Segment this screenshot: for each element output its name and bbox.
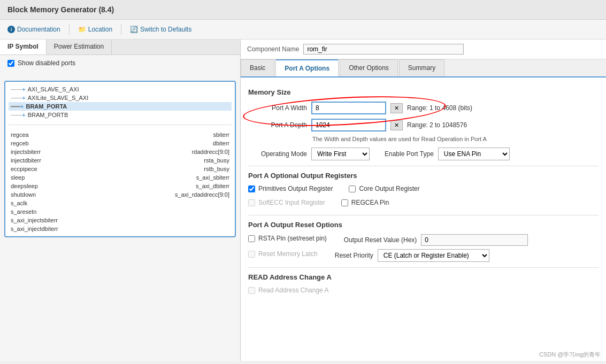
reset-memory-latch-label: Reset Memory Latch — [258, 250, 318, 258]
tab-basic[interactable]: Basic — [241, 59, 274, 76]
component-bram-portb: ─── + BRAM_PORTB — [9, 111, 232, 119]
port-a-width-input[interactable] — [311, 102, 386, 114]
show-disabled-label: Show disabled ports — [18, 59, 75, 67]
right-content: Memory Size Port A Width ✕ Range: 1 to 4… — [241, 78, 606, 361]
left-panel: IP Symbol Power Estimation Show disabled… — [0, 40, 241, 361]
port-a-depth-label: Port A Depth — [248, 121, 307, 129]
output-registers-row1: Primitives Output Register Core Output R… — [248, 185, 599, 196]
component-name-input[interactable] — [303, 44, 464, 55]
read-address-change-checkbox[interactable] — [248, 287, 255, 294]
component-name-bar: Component Name — [241, 40, 606, 59]
output-reset-title: Port A Output Reset Options — [248, 221, 599, 229]
expand-axilite-slave[interactable]: + — [22, 95, 25, 101]
core-output-register-row: Core Output Register — [349, 185, 419, 192]
watermark: CSDN @学习ing的青年 — [539, 351, 601, 359]
regcea-pin-label: REGCEA Pin — [351, 199, 389, 206]
operating-mode-row: Operating Mode Write First Read First No… — [248, 148, 599, 160]
memory-size-fields: Port A Width ✕ Range: 1 to 4608 (bits) P… — [248, 102, 472, 136]
softECC-input-register-checkbox[interactable] — [248, 199, 255, 206]
reset-priority-label: Reset Priority — [335, 252, 373, 259]
switch-defaults-label: Switch to Defaults — [140, 26, 191, 33]
tab-power-estimation[interactable]: Power Estimation — [47, 40, 112, 55]
rsta-pin-checkbox[interactable] — [248, 235, 255, 242]
tab-port-a-options[interactable]: Port A Options — [275, 59, 339, 76]
reset-priority-group: Reset Priority CE (Latch or Register Ena… — [335, 249, 489, 262]
output-registers-title: Port A Optional Output Registers — [248, 172, 599, 180]
softECC-input-register-label: SoftECC Input Register — [258, 199, 325, 206]
rsta-pin-label: RSTA Pin (set/reset pin) — [258, 235, 327, 242]
port-a-width-clear[interactable]: ✕ — [390, 103, 403, 113]
location-icon: 📁 — [78, 26, 86, 33]
switch-defaults-link[interactable]: 🔄 Switch to Defaults — [130, 26, 191, 33]
ports-section: regcea regceb injectsbiterr injectdbiter… — [9, 130, 232, 233]
output-registers-row2: SoftECC Input Register REGCEA Pin — [248, 199, 599, 210]
core-output-register-checkbox[interactable] — [349, 185, 356, 192]
port-a-depth-row: Port A Depth ✕ Range: 2 to 1048576 — [248, 119, 472, 131]
port-regcea: regcea — [9, 130, 119, 139]
tab-ip-symbol[interactable]: IP Symbol — [0, 40, 47, 55]
port-injectdbiterr: injectdbiterr — [9, 156, 119, 165]
reset-priority-select[interactable]: CE (Latch or Register Enable) SR (Set/Re… — [378, 249, 489, 262]
expand-bram-porta[interactable]: + — [20, 103, 24, 110]
component-name-label: Component Name — [247, 45, 299, 53]
regcea-pin-row: REGCEA Pin — [341, 199, 389, 206]
port-eccpipece: eccpipece — [9, 165, 119, 173]
port-a-width-label: Port A Width — [248, 104, 307, 112]
reset-memory-latch-row: Reset Memory Latch Reset Priority CE (La… — [248, 249, 599, 262]
symbol-box: ─── + AXI_SLAVE_S_AXI ─── + AXILite_SLAV… — [4, 81, 236, 237]
port-sleep: sleep — [9, 173, 119, 182]
port-s-axi-dbiterr: s_axi_dbiterr — [121, 182, 232, 190]
port-rdaddrecc: rdaddrecc[9:0] — [121, 148, 232, 156]
main-content: IP Symbol Power Estimation Show disabled… — [0, 40, 606, 361]
show-disabled-checkbox[interactable] — [7, 60, 14, 67]
documentation-link[interactable]: i Documentation — [7, 26, 60, 33]
primitives-output-register-checkbox[interactable] — [248, 185, 255, 192]
port-s-axi-injectdbiterr: s_axi_injectdbiterr — [9, 224, 119, 233]
port-s-axi-rdaddrecc: s_axi_rdaddrecc[9:0] — [121, 190, 232, 199]
port-a-width-range: Range: 1 to 4608 (bits) — [407, 104, 472, 112]
primitives-output-register-row: Primitives Output Register — [248, 185, 333, 192]
regcea-pin-checkbox[interactable] — [341, 199, 348, 206]
right-ports: sbiterr dbiterr rdaddrecc[9:0] rsta_busy… — [121, 130, 232, 233]
tab-summary[interactable]: Summary — [399, 59, 444, 76]
port-a-depth-input[interactable] — [311, 119, 386, 131]
memory-size-info: The Width and Depth values are used for … — [312, 136, 599, 142]
symbol-area: ─── + AXI_SLAVE_S_AXI ─── + AXILite_SLAV… — [0, 71, 240, 361]
output-reset-value-group: Output Reset Value (Hex) — [344, 234, 528, 246]
port-s-axi-injectsbiterr: s_axi_injectsbiterr — [9, 216, 119, 224]
operating-mode-label: Operating Mode — [248, 150, 307, 158]
port-regceb: regceb — [9, 139, 119, 148]
softECC-input-register-row: SoftECC Input Register — [248, 199, 325, 206]
core-output-register-label: Core Output Register — [359, 185, 419, 192]
reset-memory-latch-checkbox[interactable] — [248, 251, 255, 258]
component-axi-slave: ─── + AXI_SLAVE_S_AXI — [9, 85, 232, 94]
left-ports: regcea regceb injectsbiterr injectdbiter… — [9, 130, 119, 233]
info-icon: i — [7, 26, 15, 33]
enable-port-type-select[interactable]: Use ENA Pin Always Enabled — [438, 148, 510, 160]
port-s-aclk: s_aclk — [9, 199, 119, 207]
read-address-change-label: Read Address Change A — [258, 286, 328, 294]
documentation-label: Documentation — [17, 26, 60, 33]
expand-bram-portb[interactable]: + — [22, 112, 25, 118]
read-address-change-title: READ Address Change A — [248, 273, 599, 281]
divider2 — [121, 24, 121, 35]
port-rstb-busy: rstb_busy — [121, 165, 232, 173]
memory-size-title: Memory Size — [248, 88, 599, 96]
expand-axi-slave[interactable]: + — [22, 86, 25, 92]
read-address-change-row: Read Address Change A — [248, 286, 599, 294]
output-reset-value-input[interactable] — [421, 234, 528, 246]
port-shutdown: shutdown — [9, 190, 119, 199]
tab-other-options[interactable]: Other Options — [340, 59, 398, 76]
port-injectsbiterr: injectsbiterr — [9, 148, 119, 156]
port-rsta-busy: rsta_busy — [121, 156, 232, 165]
left-tabs: IP Symbol Power Estimation — [0, 40, 240, 55]
port-a-width-row: Port A Width ✕ Range: 1 to 4608 (bits) — [248, 102, 472, 114]
port-a-depth-clear[interactable]: ✕ — [390, 120, 403, 130]
operating-mode-select[interactable]: Write First Read First No Change — [311, 148, 370, 160]
location-link[interactable]: 📁 Location — [78, 26, 112, 33]
rsta-pin-checkbox-row: RSTA Pin (set/reset pin) — [248, 235, 327, 242]
output-reset-value-label: Output Reset Value (Hex) — [344, 236, 417, 244]
reset-memory-latch-checkbox-row: Reset Memory Latch — [248, 250, 318, 258]
port-dbiterr: dbiterr — [121, 139, 232, 148]
right-panel: Component Name Basic Port A Options Othe… — [241, 40, 606, 361]
